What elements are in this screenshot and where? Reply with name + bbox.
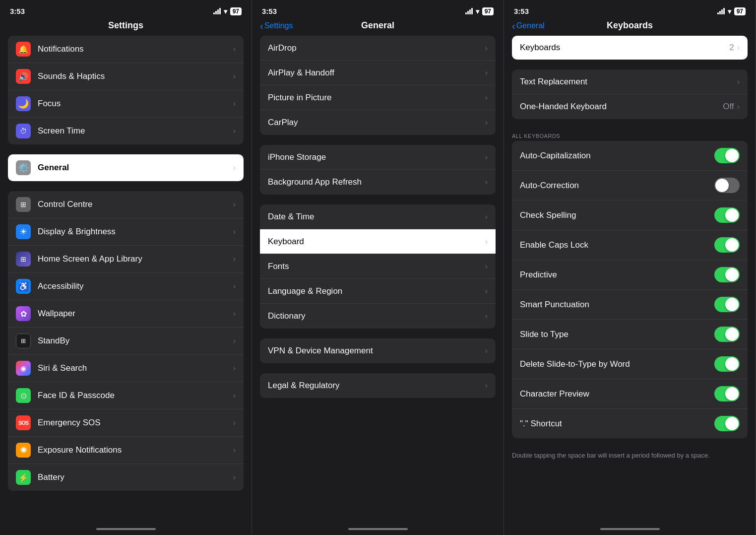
battery-badge-2: 97 xyxy=(482,7,494,15)
status-icons-3: ▾ 97 xyxy=(717,7,746,15)
settings-item-screentime[interactable]: ⏱ Screen Time › xyxy=(8,118,244,144)
settings-group-1: 🔔 Notifications › 🔊 Sounds & Haptics › 🌙… xyxy=(8,36,244,144)
back-label-2: Settings xyxy=(264,21,293,30)
general-list: AirDrop › AirPlay & Handoff › Picture in… xyxy=(252,36,504,525)
settings-item-accessibility[interactable]: ♿ Accessibility › xyxy=(8,273,244,300)
toggle-item-autocorrect[interactable]: Auto-Correction xyxy=(512,171,748,201)
toggle-autocap[interactable] xyxy=(714,148,740,163)
status-bar-1: 3:53 ▾ 97 xyxy=(0,0,252,18)
keyboards-item-onehanded[interactable]: One-Handed Keyboard Off › xyxy=(512,94,748,119)
settings-item-siri[interactable]: ◉ Siri & Search › xyxy=(8,355,244,382)
toggle-item-dotshortcut[interactable]: "." Shortcut xyxy=(512,409,748,438)
settings-item-control[interactable]: ⊞ Control Centre › xyxy=(8,191,244,218)
chevron-icon: › xyxy=(233,446,236,455)
signal-icon-1 xyxy=(213,8,221,14)
toggle-item-autocap[interactable]: Auto-Capitalization xyxy=(512,141,748,171)
keyboards-screen: 3:53 ▾ 97 ‹ General Keyboards Keyboards … xyxy=(504,0,756,535)
settings-item-focus[interactable]: 🌙 Focus › xyxy=(8,90,244,118)
back-label-3: General xyxy=(516,21,545,30)
keyboards-row[interactable]: Keyboards 2 › xyxy=(512,36,748,60)
signal-bar-3 xyxy=(217,9,219,14)
general-item-airplay[interactable]: AirPlay & Handoff › xyxy=(260,61,496,85)
keyboards-group-toggles: Auto-Capitalization Auto-Correction Chec… xyxy=(512,141,748,438)
settings-item-wallpaper[interactable]: ✿ Wallpaper › xyxy=(8,300,244,328)
toggle-item-deleteslide[interactable]: Delete Slide-to-Type by Word xyxy=(512,349,748,379)
toggle-item-slidetype[interactable]: Slide to Type xyxy=(512,320,748,349)
toggle-item-charpreview[interactable]: Character Preview xyxy=(512,379,748,409)
nav-bar-3: ‹ General Keyboards xyxy=(504,18,756,36)
toggle-charpreview[interactable] xyxy=(714,386,740,401)
settings-item-notifications[interactable]: 🔔 Notifications › xyxy=(8,36,244,63)
chevron-icon: › xyxy=(485,178,488,187)
chevron-icon: › xyxy=(485,153,488,162)
general-item-fonts[interactable]: Fonts › xyxy=(260,254,496,279)
siri-icon: ◉ xyxy=(16,361,31,376)
settings-item-general[interactable]: ⚙️ General › xyxy=(8,154,244,181)
chevron-icon: › xyxy=(485,312,488,321)
onehanded-value: Off xyxy=(723,102,734,112)
general-screen: 3:53 ▾ 97 ‹ Settings General AirDrop › xyxy=(252,0,504,535)
settings-item-display[interactable]: ☀ Display & Brightness › xyxy=(8,218,244,246)
nav-bar-1: Settings xyxy=(0,18,252,36)
keyboards-label: Keyboards xyxy=(520,43,729,53)
general-item-language[interactable]: Language & Region › xyxy=(260,279,496,304)
general-group-1: AirDrop › AirPlay & Handoff › Picture in… xyxy=(260,36,496,135)
general-item-vpn[interactable]: VPN & Device Management › xyxy=(260,338,496,363)
general-item-datetime[interactable]: Date & Time › xyxy=(260,204,496,229)
chevron-icon: › xyxy=(485,381,488,390)
general-item-legal[interactable]: Legal & Regulatory › xyxy=(260,373,496,398)
general-item-bgrefresh[interactable]: Background App Refresh › xyxy=(260,170,496,195)
battery-badge-3: 97 xyxy=(734,7,746,15)
chevron-icon: › xyxy=(233,99,236,108)
chevron-icon: › xyxy=(485,287,488,296)
settings-item-exposure[interactable]: ✺ Exposure Notifications › xyxy=(8,437,244,464)
toggle-predictive[interactable] xyxy=(714,267,740,282)
back-button-2[interactable]: ‹ Settings xyxy=(260,21,293,31)
battery-icon: ⚡ xyxy=(16,470,31,485)
general-item-dictionary[interactable]: Dictionary › xyxy=(260,304,496,329)
general-item-carplay[interactable]: CarPlay › xyxy=(260,110,496,135)
toggle-autocorrect[interactable] xyxy=(714,178,740,193)
toggle-deleteslide[interactable] xyxy=(714,356,740,372)
chevron-icon: › xyxy=(233,418,236,427)
toggle-item-checkspelling[interactable]: Check Spelling xyxy=(512,201,748,230)
time-1: 3:53 xyxy=(10,7,25,15)
settings-group-general: ⚙️ General › xyxy=(8,154,244,181)
signal-bar-1 xyxy=(213,12,215,14)
toggle-item-smartpunct[interactable]: Smart Punctuation xyxy=(512,290,748,320)
toggle-slidetype[interactable] xyxy=(714,327,740,342)
settings-item-faceid[interactable]: ⊙ Face ID & Passcode › xyxy=(8,382,244,409)
settings-item-emergency[interactable]: SOS Emergency SOS › xyxy=(8,409,244,437)
accessibility-icon: ♿ xyxy=(16,279,31,294)
settings-item-sounds[interactable]: 🔊 Sounds & Haptics › xyxy=(8,63,244,90)
back-button-3[interactable]: ‹ General xyxy=(512,21,545,31)
settings-item-battery[interactable]: ⚡ Battery › xyxy=(8,464,244,491)
signal-bar-2 xyxy=(215,11,217,14)
page-title-2: General xyxy=(361,20,394,31)
general-item-pip[interactable]: Picture in Picture › xyxy=(260,85,496,110)
status-bar-2: 3:53 ▾ 97 xyxy=(252,0,504,18)
home-indicator-2 xyxy=(252,525,504,535)
screentime-icon: ⏱ xyxy=(16,124,31,138)
general-item-airdrop[interactable]: AirDrop › xyxy=(260,36,496,61)
settings-item-homescreen[interactable]: ⊞ Home Screen & App Library › xyxy=(8,246,244,273)
chevron-icon: › xyxy=(233,255,236,264)
general-item-keyboard[interactable]: Keyboard › xyxy=(260,229,496,254)
toggle-checkspelling[interactable] xyxy=(714,207,740,223)
back-arrow-3: ‹ xyxy=(512,21,515,31)
settings-item-standby[interactable]: ⊞ StandBy › xyxy=(8,328,244,355)
chevron-icon: › xyxy=(485,212,488,221)
toggle-item-capslock[interactable]: Enable Caps Lock xyxy=(512,230,748,260)
toggle-capslock[interactable] xyxy=(714,237,740,253)
toggle-item-predictive[interactable]: Predictive xyxy=(512,260,748,290)
home-bar-2 xyxy=(348,528,408,530)
toggle-dotshortcut[interactable] xyxy=(714,416,740,431)
status-icons-1: ▾ 97 xyxy=(213,7,242,15)
general-item-storage[interactable]: iPhone Storage › xyxy=(260,145,496,170)
keyboards-item-textreplacement[interactable]: Text Replacement › xyxy=(512,69,748,94)
nav-bar-2: ‹ Settings General xyxy=(252,18,504,36)
toggle-smartpunct[interactable] xyxy=(714,297,740,312)
chevron-icon: › xyxy=(485,237,488,246)
chevron-icon: › xyxy=(485,118,488,127)
chevron-icon: › xyxy=(737,77,740,86)
